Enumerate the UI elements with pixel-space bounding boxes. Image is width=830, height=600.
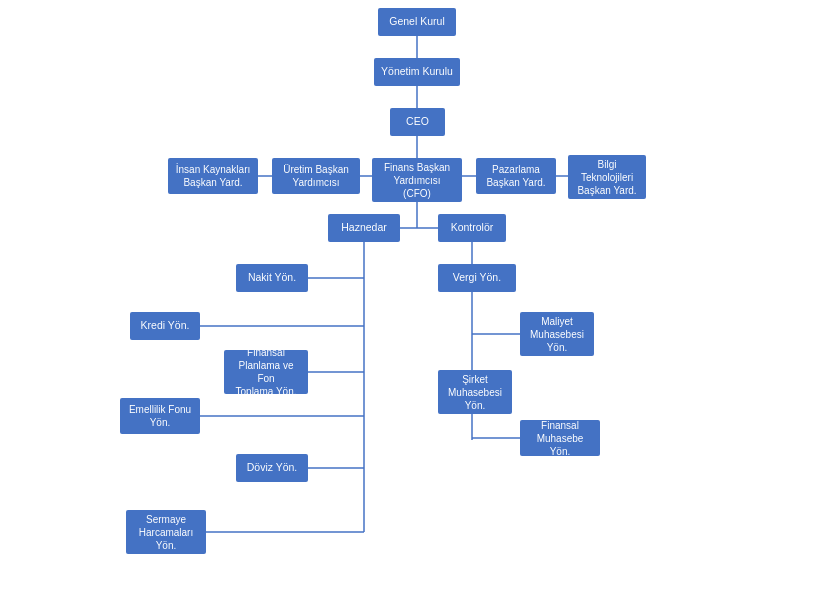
org-chart: Genel Kurul Yönetim Kurulu CEO İnsan Kay… [0,0,830,600]
node-ceo: CEO [390,108,445,136]
node-kontrolor: Kontrolör [438,214,506,242]
node-genel-kurul: Genel Kurul [378,8,456,36]
node-finansal-muh: FinansalMuhasebe Yön. [520,420,600,456]
node-sirket-muh: ŞirketMuhasebesiYön. [438,370,512,414]
node-haznedar: Haznedar [328,214,400,242]
node-yonetim-kurulu: Yönetim Kurulu [374,58,460,86]
node-sermaye: SermayeHarcamalarıYön. [126,510,206,554]
node-pazarlama: PazarlamaBaşkan Yard. [476,158,556,194]
connector-lines [0,0,830,600]
node-emeklilik: Emellilik FonuYön. [120,398,200,434]
node-finans: Finans BaşkanYardımcısı(CFO) [372,158,462,202]
node-uretim: Üretim BaşkanYardımcısı [272,158,360,194]
node-finansal-plan: FinansalPlanlama ve FonToplama Yön. [224,350,308,394]
node-kredi: Kredi Yön. [130,312,200,340]
node-bilgi-tek: BilgiTeknolojileriBaşkan Yard. [568,155,646,199]
node-vergi: Vergi Yön. [438,264,516,292]
node-insan-kaynaklar: İnsan KaynaklarıBaşkan Yard. [168,158,258,194]
node-maliyet: MaliyetMuhasebesiYön. [520,312,594,356]
node-nakit: Nakit Yön. [236,264,308,292]
node-doviz: Döviz Yön. [236,454,308,482]
